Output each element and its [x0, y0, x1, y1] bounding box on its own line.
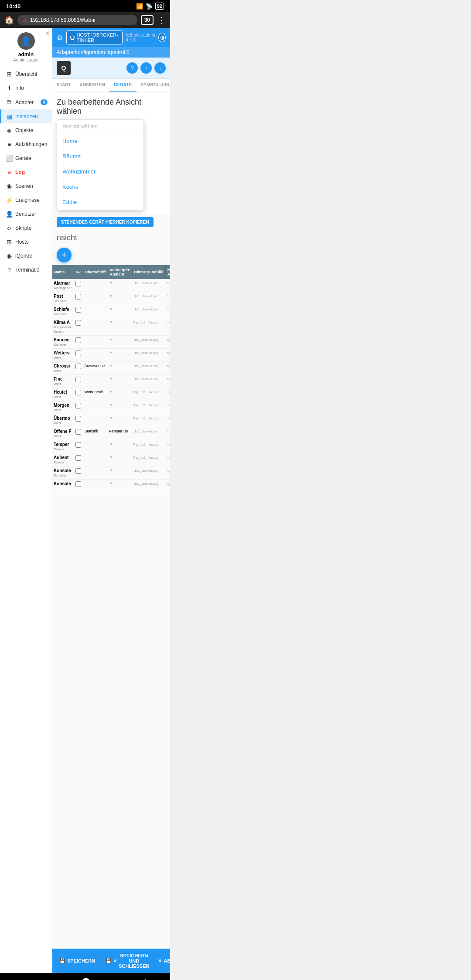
- table-row: Klima A Temperatur-Sensor ▼ \hg_1x1_lila…: [52, 318, 170, 336]
- dropdown-item-wohnzimmer[interactable]: Wohnzimmer: [57, 164, 143, 179]
- nz-checkbox[interactable]: [75, 468, 81, 474]
- tab-symbolleiste[interactable]: SYMBOLLEISTE: [137, 79, 170, 92]
- sidebar-item-terminal[interactable]: ? Terminal.0: [0, 263, 52, 277]
- tab-count[interactable]: 30: [141, 15, 154, 25]
- add-device-button[interactable]: +: [57, 248, 72, 262]
- cell-bg1: \hg_1x1_lila.svg: [132, 440, 166, 453]
- breadcrumb-text: Adapterkonfiguration: iqontrol.0: [57, 49, 130, 55]
- nz-checkbox[interactable]: [75, 390, 81, 395]
- sidebar-item-uebersicht[interactable]: ⊞ Übersicht: [0, 67, 52, 81]
- url-bar[interactable]: ⚠ 192.168.178.59:8081/#tab-ir: [17, 15, 137, 25]
- nz-checkbox[interactable]: [75, 350, 81, 356]
- cell-ueberschrift: Statistik: [83, 427, 108, 440]
- cell-bg2: hg_1x1_blau.svg: [165, 336, 170, 349]
- table-row: Sonnen Schalter ▼ .1x1_dunkel.svg hg_1x1…: [52, 336, 170, 349]
- cell-name: Sonnen Schalter: [52, 336, 74, 349]
- nz-checkbox[interactable]: [75, 377, 81, 382]
- tab-ansichten[interactable]: ANSICHTEN: [75, 79, 109, 92]
- sidebar-item-szenen[interactable]: ◉ Szenen: [0, 179, 52, 193]
- home-button[interactable]: 🏠: [4, 15, 14, 25]
- cell-nz: [74, 414, 83, 427]
- view-dropdown[interactable]: Ansicht wählen Home Räume Wohnzimmer Küc…: [57, 119, 144, 210]
- cell-verknupfte: ▼: [108, 388, 132, 401]
- security-warning-icon: ⚠: [23, 17, 27, 23]
- cell-ueberschrift: [83, 440, 108, 453]
- sidebar-item-ereignisse[interactable]: ⚡ Ereignisse: [0, 193, 52, 207]
- cell-nz: [74, 466, 83, 480]
- table-row: Post Schalter ▼ .1x1_dunkel.svg hg_1x1_b…: [52, 292, 170, 305]
- nz-checkbox[interactable]: [75, 320, 81, 326]
- adapter-help-button[interactable]: ?: [126, 62, 138, 74]
- save-close-button[interactable]: 💾 ✕ SPEICHERN UND SCHLIESSEN: [102, 951, 153, 970]
- browser-bar: 🏠 ⚠ 192.168.178.59:8081/#tab-ir 30 ⋮: [0, 12, 170, 28]
- sidebar-item-geraete[interactable]: ⬜ Geräte: [0, 151, 52, 165]
- nz-checkbox[interactable]: [75, 442, 81, 448]
- sidebar-label-instanzen: Instanzen: [15, 113, 38, 119]
- nz-checkbox[interactable]: [75, 307, 81, 313]
- skripte-icon: ‹›: [6, 225, 13, 231]
- nz-checkbox[interactable]: [75, 294, 81, 299]
- sidebar-label-info: Info: [15, 85, 24, 91]
- dropdown-item-eddie[interactable]: Eddie: [57, 194, 143, 210]
- sidebar-item-instanzen[interactable]: ▦ Instanzen: [0, 109, 52, 123]
- nav-square-button[interactable]: ▭: [24, 977, 33, 980]
- sidebar-item-benutzer[interactable]: 👤 Benutzer: [0, 207, 52, 221]
- nav-home-button[interactable]: ⬤: [81, 977, 91, 980]
- host-badge: HOST IOBROKER-TINKER: [66, 31, 123, 44]
- objekte-icon: ◈: [6, 127, 13, 134]
- app-container: ✕ 👤 admin Administrator ⊞ Übersicht ℹ In…: [0, 28, 170, 973]
- sidebar-close-icon[interactable]: ✕: [45, 30, 50, 37]
- cell-bg2: \hg_1x1_lila.svg: [165, 453, 170, 466]
- adapter-download-button[interactable]: ↓: [154, 62, 166, 74]
- theme-button[interactable]: ◑: [158, 33, 166, 42]
- bottom-bar: 💾 SPEICHERN 💾 ✕ SPEICHERN UND SCHLIESSEN…: [52, 949, 170, 973]
- cell-ueberschrift: [83, 375, 108, 388]
- sidebar-item-adapter[interactable]: ⧉ Adapter 4: [0, 95, 52, 109]
- cell-ueberschrift: [83, 318, 108, 336]
- sidebar-label-benutzer: Benutzer: [15, 211, 36, 217]
- nz-checkbox[interactable]: [75, 337, 81, 343]
- table-row: Offene F Wert Statistik Fenster un .1x1_…: [52, 427, 170, 440]
- devices-table: Name NZ Überschrift Verknüpfte Ansicht H…: [52, 265, 170, 492]
- cell-name: Morgen Wert: [52, 401, 74, 414]
- cell-name: Post Schalter: [52, 292, 74, 305]
- cell-nz: [74, 362, 83, 375]
- adapter-upload-button[interactable]: ↑: [140, 62, 152, 74]
- copy-device-button[interactable]: STEHENDES GERÄT HIERHER KOPIEREN: [57, 217, 154, 227]
- cell-nz: [74, 427, 83, 440]
- browser-menu-icon[interactable]: ⋮: [157, 15, 166, 25]
- sidebar-item-aufzaehlungen[interactable]: ≡ Aufzählungen: [0, 137, 52, 151]
- nz-checkbox[interactable]: [75, 429, 81, 435]
- nz-checkbox[interactable]: [75, 416, 81, 422]
- cancel-button[interactable]: ✕ ABBRECHEN: [154, 956, 170, 966]
- nz-checkbox[interactable]: [75, 481, 81, 487]
- dropdown-item-home[interactable]: Home: [57, 133, 143, 149]
- nz-checkbox[interactable]: [75, 281, 81, 286]
- terminal-icon: ?: [6, 266, 13, 273]
- cell-verknupfte: ▼: [108, 292, 132, 305]
- save-button[interactable]: 💾 SPEICHERN: [56, 956, 99, 966]
- wifi-icon: 📡: [146, 3, 153, 10]
- sidebar-item-log[interactable]: ≡ Log: [0, 165, 52, 179]
- nz-checkbox[interactable]: [75, 455, 81, 461]
- sidebar-item-hosts[interactable]: ⊞ Hosts: [0, 235, 52, 249]
- dropdown-item-raume[interactable]: Räume: [57, 149, 143, 164]
- sidebar-label-adapter: Adapter: [15, 99, 34, 105]
- tab-geraete[interactable]: GERÄTE: [109, 79, 137, 92]
- benutzer-icon: 👤: [6, 211, 13, 218]
- sidebar-item-info[interactable]: ℹ Info: [0, 81, 52, 95]
- tab-start[interactable]: START: [52, 79, 75, 92]
- nz-checkbox[interactable]: [75, 364, 81, 369]
- avatar-icon: 👤: [20, 36, 31, 46]
- dropdown-item-kuche[interactable]: Küche: [57, 179, 143, 194]
- sidebar-item-iqontrol[interactable]: ◉ iQontrol: [0, 249, 52, 263]
- save-icon: 💾: [59, 958, 65, 964]
- cell-ueberschrift: Anwesenhe: [83, 362, 108, 375]
- settings-icon[interactable]: ⚙: [57, 34, 63, 42]
- sidebar-item-objekte[interactable]: ◈ Objekte: [0, 123, 52, 137]
- sidebar-item-skripte[interactable]: ‹› Skripte: [0, 221, 52, 235]
- nz-checkbox[interactable]: [75, 403, 81, 408]
- nav-back-button[interactable]: ◁: [139, 977, 146, 980]
- cell-verknupfte: ▼: [108, 453, 132, 466]
- cancel-label: ABBRECHEN: [164, 958, 170, 963]
